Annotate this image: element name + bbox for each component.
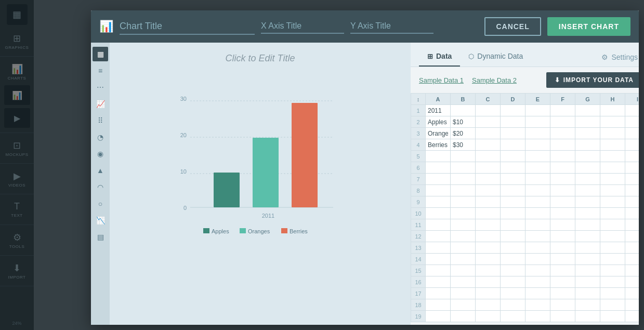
spreadsheet-cell[interactable]	[550, 265, 575, 276]
spreadsheet-cell[interactable]	[625, 299, 639, 311]
spreadsheet-cell[interactable]	[451, 208, 476, 219]
cell-input[interactable]	[426, 185, 450, 196]
spreadsheet-cell[interactable]	[451, 299, 476, 311]
spreadsheet-cell[interactable]	[550, 116, 575, 128]
spreadsheet-cell[interactable]	[525, 174, 550, 185]
cell-input[interactable]	[525, 128, 550, 139]
spreadsheet-cell[interactable]	[525, 288, 550, 299]
cell-input[interactable]	[501, 276, 525, 287]
cell-input[interactable]	[476, 196, 500, 207]
cell-input[interactable]	[426, 288, 450, 299]
cell-input[interactable]	[451, 254, 475, 265]
cell-input[interactable]	[600, 254, 625, 265]
spreadsheet-cell[interactable]	[501, 174, 525, 185]
cell-input[interactable]	[525, 116, 550, 127]
spreadsheet-cell[interactable]	[451, 265, 476, 276]
spreadsheet-cell[interactable]	[451, 162, 476, 174]
cell-input[interactable]	[451, 185, 475, 196]
spreadsheet-cell[interactable]	[550, 311, 575, 322]
spreadsheet-cell[interactable]	[525, 128, 550, 139]
spreadsheet-cell[interactable]	[451, 311, 476, 322]
chart-nav-scatter[interactable]: ⠿	[93, 113, 108, 128]
spreadsheet-cell[interactable]	[575, 208, 600, 219]
cell-input[interactable]	[451, 174, 475, 184]
cell-input[interactable]	[501, 196, 525, 207]
cell-input[interactable]	[476, 276, 500, 287]
spreadsheet-cell[interactable]	[600, 174, 625, 185]
cell-input[interactable]	[501, 151, 525, 162]
cell-input[interactable]	[476, 254, 500, 265]
insert-chart-button[interactable]: INSERT CHART	[547, 17, 630, 36]
spreadsheet-cell[interactable]	[625, 128, 639, 139]
spreadsheet-cell[interactable]	[476, 139, 501, 151]
cell-input[interactable]	[501, 162, 525, 173]
spreadsheet-cell[interactable]	[625, 139, 639, 151]
cell-input[interactable]	[476, 116, 500, 127]
cell-input[interactable]	[600, 219, 625, 230]
cell-input[interactable]	[625, 276, 639, 287]
spreadsheet-cell[interactable]	[501, 105, 525, 116]
cell-input[interactable]	[550, 288, 575, 299]
cell-input[interactable]	[501, 265, 525, 276]
cell-input[interactable]	[575, 162, 600, 173]
spreadsheet-cell[interactable]	[525, 311, 550, 322]
cell-input[interactable]	[600, 139, 625, 150]
cell-input[interactable]	[625, 139, 639, 150]
spreadsheet-cell[interactable]	[426, 265, 451, 276]
cell-input[interactable]	[525, 105, 550, 116]
cell-input[interactable]	[501, 299, 525, 310]
cell-input[interactable]	[550, 242, 575, 253]
cell-input[interactable]	[451, 231, 475, 242]
spreadsheet-cell[interactable]	[426, 116, 451, 128]
cell-input[interactable]	[600, 242, 625, 253]
cell-input[interactable]	[550, 219, 575, 230]
cell-input[interactable]	[451, 242, 475, 253]
spreadsheet-cell[interactable]	[476, 105, 501, 116]
spreadsheet-cell[interactable]	[476, 162, 501, 174]
cell-input[interactable]	[426, 116, 450, 127]
spreadsheet-cell[interactable]	[501, 276, 525, 288]
cell-input[interactable]	[525, 139, 550, 150]
chart-nav-table[interactable]: ▤	[93, 230, 108, 244]
chart-nav-combo[interactable]: 📉	[93, 213, 108, 228]
spreadsheet-cell[interactable]	[476, 276, 501, 288]
spreadsheet-cell[interactable]	[575, 311, 600, 322]
cell-input[interactable]	[575, 254, 600, 265]
spreadsheet-cell[interactable]	[575, 242, 600, 254]
cell-input[interactable]	[451, 151, 475, 162]
spreadsheet-cell[interactable]	[550, 299, 575, 311]
spreadsheet-cell[interactable]	[501, 128, 525, 139]
cell-input[interactable]	[426, 151, 450, 162]
spreadsheet-cell[interactable]	[575, 276, 600, 288]
import-data-button[interactable]: ⬇ IMPORT YOUR DATA	[546, 72, 639, 88]
spreadsheet-cell[interactable]	[476, 128, 501, 139]
spreadsheet-cell[interactable]	[575, 162, 600, 174]
spreadsheet-cell[interactable]	[575, 219, 600, 231]
spreadsheet-cell[interactable]	[625, 162, 639, 174]
cell-input[interactable]	[600, 105, 625, 116]
cell-input[interactable]	[501, 254, 525, 265]
spreadsheet-cell[interactable]	[525, 185, 550, 196]
spreadsheet-cell[interactable]	[525, 254, 550, 265]
cell-input[interactable]	[600, 116, 625, 127]
cell-input[interactable]	[625, 116, 639, 127]
spreadsheet-cell[interactable]	[625, 288, 639, 299]
cell-input[interactable]	[625, 299, 639, 310]
spreadsheet-cell[interactable]	[600, 219, 625, 231]
cell-input[interactable]	[550, 254, 575, 265]
cell-input[interactable]	[426, 299, 450, 310]
cell-input[interactable]	[575, 139, 600, 150]
cell-input[interactable]	[600, 174, 625, 184]
chart-nav-bar[interactable]: ▦	[93, 47, 108, 61]
cell-input[interactable]	[575, 219, 600, 230]
chart-edit-hint[interactable]: Click to Edit Title	[226, 53, 295, 64]
cell-input[interactable]	[625, 128, 639, 139]
spreadsheet-cell[interactable]	[625, 105, 639, 116]
cell-input[interactable]	[550, 105, 575, 116]
spreadsheet-cell[interactable]	[476, 231, 501, 242]
cell-input[interactable]	[525, 219, 550, 230]
spreadsheet-cell[interactable]	[600, 311, 625, 322]
cell-input[interactable]	[550, 174, 575, 184]
cell-input[interactable]	[550, 162, 575, 173]
cell-input[interactable]	[451, 288, 475, 299]
